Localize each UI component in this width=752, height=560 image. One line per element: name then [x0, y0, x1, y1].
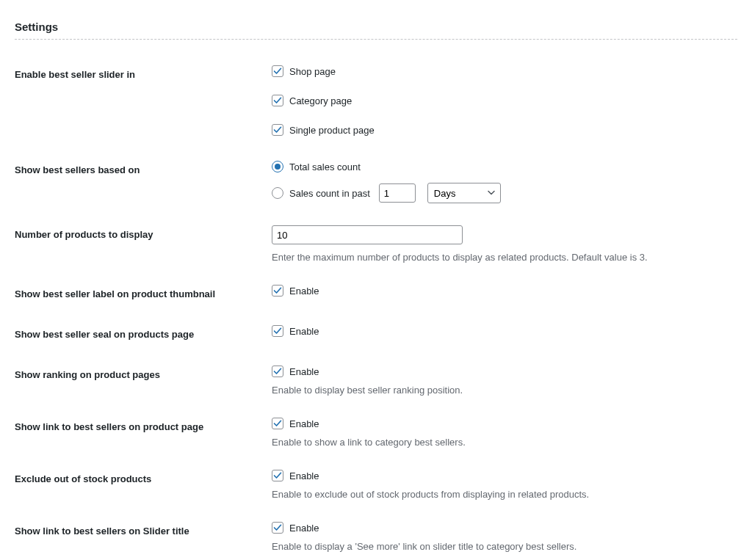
checkbox-label-thumbnail[interactable]: [272, 285, 283, 297]
enable-slider-options: Shop page Category page Si: [272, 65, 730, 139]
row-label: Show link to best sellers on Slider titl…: [15, 511, 272, 560]
checkbox-link-product[interactable]: [272, 418, 283, 429]
sales-past-unit-select[interactable]: Days: [427, 183, 501, 203]
sales-past-value-input[interactable]: [379, 183, 416, 203]
checkbox-label[interactable]: Category page: [289, 95, 352, 106]
help-text: Enable to show a link to category best s…: [272, 437, 730, 448]
row-enable-slider: Enable best seller slider in Shop page: [15, 54, 737, 150]
help-text: Enter the maximum number of products to …: [272, 252, 730, 263]
checkbox-shop-page[interactable]: [272, 65, 283, 77]
row-label: Show link to best sellers on product pag…: [15, 407, 272, 459]
row-ranking: Show ranking on product pages Enable Ena…: [15, 354, 737, 407]
radio-total-sales[interactable]: [272, 161, 283, 172]
checkbox-label[interactable]: Enable: [289, 326, 319, 337]
checkbox-link-slider[interactable]: [272, 522, 283, 534]
checkbox-seal-page[interactable]: [272, 325, 283, 337]
row-label: Show best seller seal on products page: [15, 314, 272, 354]
checkbox-label[interactable]: Enable: [289, 418, 319, 429]
row-link-product: Show link to best sellers on product pag…: [15, 407, 737, 459]
help-text: Enable to exclude out of stock products …: [272, 489, 730, 500]
row-label: Enable best seller slider in: [15, 54, 272, 150]
based-on-options: Total sales count Sales count in past Da…: [272, 161, 730, 203]
row-label-thumbnail: Show best seller label on product thumbn…: [15, 274, 737, 314]
row-label: Exclude out of stock products: [15, 459, 272, 511]
help-text: Enable to display a 'See more' link on s…: [272, 541, 730, 552]
checkbox-label[interactable]: Single product page: [289, 125, 375, 136]
num-products-input[interactable]: [272, 225, 463, 244]
radio-sales-past[interactable]: [272, 187, 283, 199]
settings-table: Enable best seller slider in Shop page: [15, 54, 737, 560]
checkbox-exclude-oos[interactable]: [272, 470, 283, 481]
checkbox-label[interactable]: Enable: [289, 286, 319, 297]
section-title: Settings: [15, 21, 737, 33]
checkbox-label[interactable]: Enable: [289, 366, 319, 377]
radio-label[interactable]: Total sales count: [289, 161, 361, 172]
help-text: Enable to display best seller ranking po…: [272, 385, 730, 396]
checkbox-label[interactable]: Enable: [289, 470, 319, 481]
checkbox-label[interactable]: Enable: [289, 523, 319, 534]
settings-panel: Settings Enable best seller slider in Sh…: [0, 21, 752, 560]
row-link-slider: Show link to best sellers on Slider titl…: [15, 511, 737, 560]
row-seal-page: Show best seller seal on products page E…: [15, 314, 737, 354]
row-label: Number of products to display: [15, 214, 272, 274]
radio-label[interactable]: Sales count in past: [289, 188, 370, 199]
separator: [15, 39, 737, 40]
checkbox-single-product-page[interactable]: [272, 124, 283, 136]
row-num-products: Number of products to display Enter the …: [15, 214, 737, 274]
row-label: Show ranking on product pages: [15, 354, 272, 407]
row-label: Show best sellers based on: [15, 150, 272, 214]
row-label: Show best seller label on product thumbn…: [15, 274, 272, 314]
checkbox-ranking[interactable]: [272, 366, 283, 377]
checkbox-label[interactable]: Shop page: [289, 66, 336, 77]
row-based-on: Show best sellers based on Total sales c…: [15, 150, 737, 214]
row-exclude-oos: Exclude out of stock products Enable Ena…: [15, 459, 737, 511]
checkbox-category-page[interactable]: [272, 95, 283, 106]
